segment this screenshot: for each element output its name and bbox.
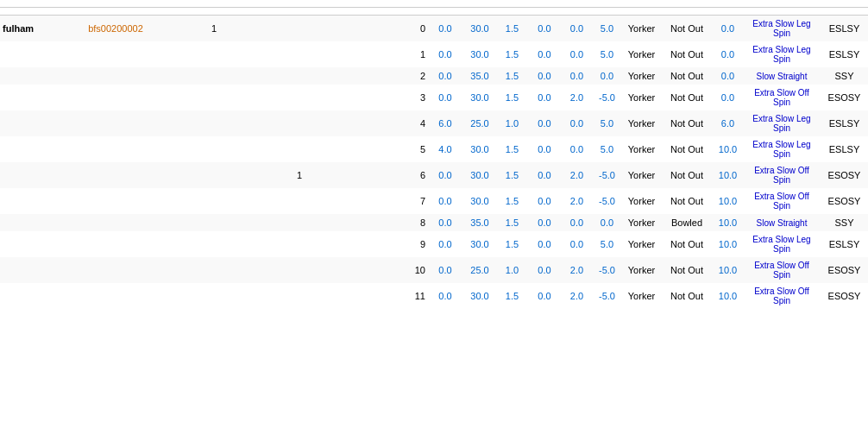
table-cell <box>171 136 256 162</box>
table-cell: ESOSY <box>821 162 868 188</box>
table-row: 90.030.01.50.00.05.0YorkerNot Out10.0Ext… <box>0 231 868 257</box>
table-cell <box>0 110 85 136</box>
table-cell: Not Out <box>661 110 713 136</box>
table-cell: Bowled <box>661 214 713 231</box>
data-table: fulhambfs00200002100.030.01.50.00.05.0Yo… <box>0 0 868 309</box>
table-cell: 6.0 <box>713 110 743 136</box>
table-cell <box>257 16 343 42</box>
table-cell <box>171 85 256 110</box>
col-header-score <box>428 0 462 8</box>
table-cell: 0 <box>343 16 428 42</box>
table-cell: 2.0 <box>562 85 592 110</box>
table-cell: ESOSY <box>821 283 868 309</box>
table-cell: 10.0 <box>713 257 743 283</box>
table-row: 20.035.01.50.00.00.0YorkerNot Out0.0Slow… <box>0 67 868 85</box>
table-cell <box>257 214 343 231</box>
table-row: 30.030.01.50.02.0-5.0YorkerNot Out0.0Ext… <box>0 85 868 110</box>
table-cell: 0.0 <box>527 162 562 188</box>
table-cell: Not Out <box>661 162 713 188</box>
table-cell: Not Out <box>661 16 713 42</box>
table-cell: Yorker <box>622 136 661 162</box>
table-cell: 0.0 <box>527 257 562 283</box>
table-cell: 35.0 <box>462 214 497 231</box>
table-cell: 1.5 <box>497 214 527 231</box>
table-cell: -5.0 <box>592 85 622 110</box>
table-cell <box>257 283 343 309</box>
table-row: 100.025.01.00.02.0-5.0YorkerNot Out10.0E… <box>0 257 868 283</box>
col-header-runs <box>713 0 743 8</box>
table-cell <box>0 67 85 85</box>
table-cell: 6 <box>343 162 428 188</box>
table-cell: 0.0 <box>713 67 743 85</box>
table-cell: 25.0 <box>462 257 497 283</box>
table-cell <box>85 110 171 136</box>
table-cell: 30.0 <box>462 136 497 162</box>
table-cell: 0.0 <box>527 67 562 85</box>
table-cell: 0.0 <box>592 214 622 231</box>
table-cell: 3 <box>343 85 428 110</box>
table-cell <box>171 231 256 257</box>
table-cell: 0.0 <box>562 214 592 231</box>
table-cell: 2.0 <box>562 162 592 188</box>
table-cell: 0.0 <box>562 67 592 85</box>
table-cell <box>0 162 85 188</box>
table-cell: 30.0 <box>462 162 497 188</box>
table-cell: 7 <box>343 188 428 214</box>
table-body: fulhambfs00200002100.030.01.50.00.05.0Yo… <box>0 16 868 310</box>
table-cell: Extra Slow Leg Spin <box>743 16 821 42</box>
table-cell <box>0 136 85 162</box>
table-cell <box>257 85 343 110</box>
table-cell: -5.0 <box>592 257 622 283</box>
col-header-deliveries <box>343 8 428 16</box>
col-header-pitch <box>497 0 527 8</box>
table-cell: ESLSY <box>821 110 868 136</box>
table-cell <box>257 136 343 162</box>
table-cell: Not Out <box>661 85 713 110</box>
table-cell: 1.5 <box>497 41 527 67</box>
table-row: 70.030.01.50.02.0-5.0YorkerNot Out10.0Ex… <box>0 188 868 214</box>
table-cell: Extra Slow Off Spin <box>743 162 821 188</box>
table-cell: 0.0 <box>428 162 462 188</box>
table-cell <box>171 67 256 85</box>
table-cell: 4.0 <box>428 136 462 162</box>
table-cell: Yorker <box>622 41 661 67</box>
table-cell: Yorker <box>622 110 661 136</box>
table-cell: 30.0 <box>462 41 497 67</box>
table-cell: Not Out <box>661 257 713 283</box>
table-cell: ESOSY <box>821 257 868 283</box>
table-cell: 0.0 <box>428 188 462 214</box>
table-cell: Yorker <box>622 16 661 42</box>
table-cell: 0.0 <box>713 41 743 67</box>
table-cell: Extra Slow Off Spin <box>743 188 821 214</box>
table-cell: 30.0 <box>462 188 497 214</box>
table-cell <box>0 231 85 257</box>
table-cell: 0.0 <box>713 16 743 42</box>
table-cell: 1 <box>171 16 256 42</box>
table-cell: SSY <box>821 214 868 231</box>
table-cell: ESLSY <box>821 136 868 162</box>
table-cell: 0.0 <box>428 85 462 110</box>
table-cell: 30.0 <box>462 85 497 110</box>
table-cell: 0.0 <box>713 85 743 110</box>
table-cell: Yorker <box>622 257 661 283</box>
header-row-bottom <box>0 8 868 16</box>
table-cell <box>85 162 171 188</box>
col-header-wicket <box>661 0 713 8</box>
table-cell <box>85 231 171 257</box>
table-cell: 5.0 <box>592 41 622 67</box>
table-cell: 1.5 <box>497 162 527 188</box>
table-cell: Not Out <box>661 188 713 214</box>
table-cell: Yorker <box>622 85 661 110</box>
table-cell: Slow Straight <box>743 67 821 85</box>
table-cell <box>85 41 171 67</box>
table-cell: Extra Slow Leg Spin <box>743 231 821 257</box>
table-cell: 0.0 <box>428 67 462 85</box>
table-cell: 30.0 <box>462 283 497 309</box>
table-cell <box>171 110 256 136</box>
table-cell: Yorker <box>622 188 661 214</box>
table-cell: 35.0 <box>462 67 497 85</box>
table-cell: 5.0 <box>592 110 622 136</box>
table-cell: 2.0 <box>562 257 592 283</box>
table-row: 80.035.01.50.00.00.0YorkerBowled10.0Slow… <box>0 214 868 231</box>
table-cell: 1 <box>257 162 343 188</box>
